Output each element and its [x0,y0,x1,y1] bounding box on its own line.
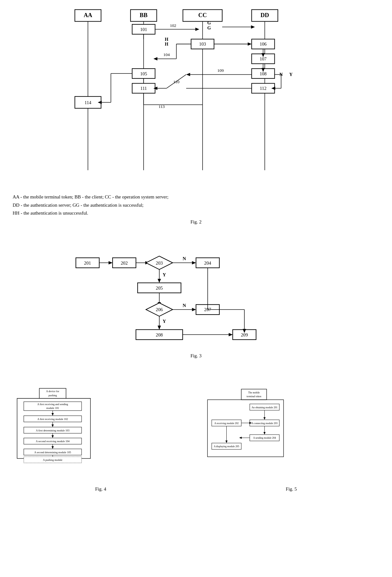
fig2-label: Fig. 2 [13,219,379,225]
svg-text:203: 203 [156,260,163,265]
svg-text:A second receiving module 104: A second receiving module 104 [36,440,70,443]
svg-text:106: 106 [260,41,266,47]
svg-text:A sending module 204: A sending module 204 [253,436,276,439]
svg-text:pushing: pushing [48,393,57,397]
svg-text:205: 205 [156,285,163,290]
svg-rect-146 [241,389,266,399]
svg-text:BB: BB [140,12,148,18]
svg-text:A receiving module 202: A receiving module 202 [214,422,239,424]
svg-text:Y: Y [162,319,166,324]
svg-marker-15 [195,28,199,31]
fig4-diagram: A device for pushing A first receiving a… [13,365,97,485]
svg-text:A displaying module 205: A displaying module 205 [214,445,239,448]
fig45-row: A device for pushing A first receiving a… [13,365,379,492]
svg-text:Y: Y [289,72,293,77]
svg-text:module 101: module 101 [46,406,59,409]
svg-text:H: H [165,37,168,42]
fig2-diagram: AA BB CC DD 101 102 G G 103 [13,6,379,190]
fig3-diagram: 201 202 203 N 204 Y 205 206 [13,231,379,351]
svg-text:104: 104 [163,52,170,57]
svg-marker-98 [192,308,196,311]
svg-text:A second determining module 10: A second determining module 105 [34,450,71,454]
svg-marker-76 [108,261,113,265]
svg-text:112: 112 [260,86,266,91]
svg-text:Y: Y [162,272,166,277]
fig4-label: Fig. 4 [13,486,189,492]
svg-text:111: 111 [140,86,147,91]
svg-text:208: 208 [156,332,163,337]
svg-text:G: G [207,25,211,30]
svg-marker-89 [158,279,161,283]
svg-text:204: 204 [204,260,211,265]
fig2-legend: AA - the mobile terminal token; BB - the… [13,193,379,217]
svg-text:The mobile: The mobile [248,391,260,394]
fig3-label: Fig. 3 [13,353,379,359]
svg-text:A pushing module: A pushing module [43,458,63,461]
svg-text:201: 201 [84,260,91,265]
svg-text:AA: AA [84,12,92,18]
svg-text:206: 206 [156,307,163,312]
fig5-label: Fig. 5 [203,486,379,492]
fig5-section: The mobile terminal token An obtaining m… [203,365,379,492]
svg-marker-47 [186,73,190,76]
svg-text:114: 114 [85,100,92,105]
svg-text:A connecting module 203: A connecting module 203 [252,422,278,424]
svg-text:A first receiving module 102: A first receiving module 102 [37,417,68,420]
svg-marker-20 [251,25,255,28]
svg-text:terminal token: terminal token [247,395,261,398]
svg-text:202: 202 [121,260,128,265]
svg-text:N: N [183,256,186,261]
svg-marker-84 [192,261,196,265]
svg-text:N: N [183,303,186,308]
svg-text:110: 110 [173,79,180,84]
svg-marker-32 [153,57,157,60]
svg-text:102: 102 [170,23,176,28]
svg-text:A first determining module 103: A first determining module 103 [36,429,69,432]
svg-text:DD: DD [260,12,269,18]
svg-text:101: 101 [140,27,147,32]
svg-text:G: G [207,20,211,25]
svg-text:103: 103 [199,41,206,47]
svg-text:A first receiving and sending: A first receiving and sending [37,403,68,406]
svg-text:105: 105 [140,71,147,76]
svg-marker-108 [229,333,233,336]
svg-marker-24 [248,42,252,46]
svg-marker-103 [158,325,161,329]
svg-text:A device for: A device for [46,389,59,392]
fig5-diagram: The mobile terminal token An obtaining m… [203,365,288,485]
fig4-section: A device for pushing A first receiving a… [13,365,189,492]
svg-text:CC: CC [198,12,207,18]
svg-text:An obtaining module 201: An obtaining module 201 [252,406,278,409]
svg-text:109: 109 [217,68,224,73]
svg-text:H: H [165,41,168,47]
